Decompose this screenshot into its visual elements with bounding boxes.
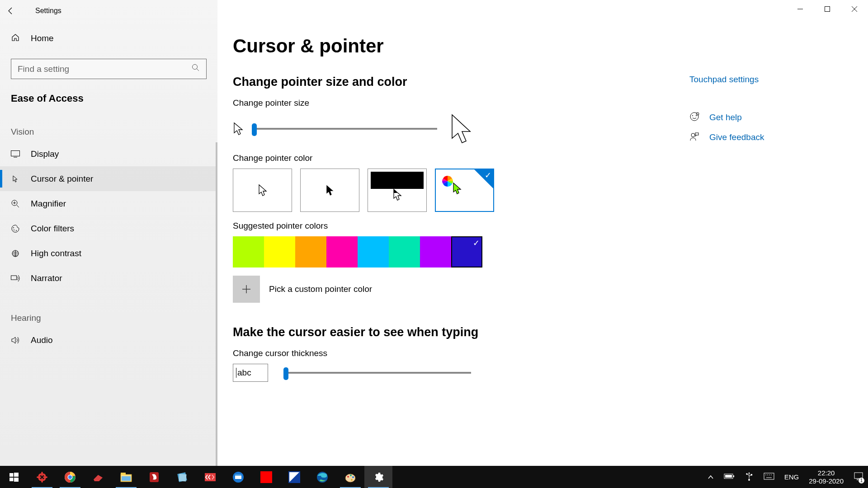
give-feedback-link[interactable]: Give feedback [709, 132, 764, 142]
search-input[interactable]: Find a setting [11, 59, 207, 79]
get-help-row: Get help [689, 112, 825, 123]
taskbar-app-red-square[interactable] [252, 466, 280, 488]
pointer-color-custom[interactable] [435, 169, 494, 212]
taskbar-app-pdf[interactable] [140, 466, 168, 488]
settings-window: Settings Home Find a setting Ease of Acc… [0, 0, 868, 466]
action-center-icon[interactable]: 1 [854, 471, 863, 483]
svg-line-5 [197, 69, 199, 71]
sidebar-home[interactable]: Home [0, 27, 217, 50]
svg-rect-48 [122, 476, 131, 481]
svg-point-39 [42, 477, 46, 481]
tray-overflow-icon[interactable] [708, 473, 714, 481]
sidebar-item-label: Narrator [31, 273, 62, 283]
svg-point-14 [16, 230, 17, 231]
color-swatch[interactable] [295, 236, 326, 267]
color-swatch[interactable] [264, 236, 295, 267]
svg-rect-65 [733, 475, 734, 477]
color-swatch[interactable] [358, 236, 389, 267]
back-button[interactable] [0, 0, 22, 22]
pick-custom-color-button[interactable] [233, 276, 260, 303]
usb-icon[interactable] [745, 472, 754, 482]
taskbar-app-edge[interactable] [308, 466, 336, 488]
svg-point-62 [351, 479, 353, 481]
keyboard-icon[interactable] [764, 473, 774, 481]
color-swatch[interactable] [389, 236, 420, 267]
svg-point-26 [696, 115, 697, 116]
minimize-button[interactable] [787, 0, 814, 18]
color-swatch[interactable] [233, 236, 264, 267]
slider-thumb[interactable] [252, 123, 257, 136]
start-button[interactable] [0, 466, 28, 488]
touchpad-settings-link[interactable]: Touchpad settings [689, 75, 825, 84]
window-title: Settings [35, 7, 61, 15]
svg-rect-51 [179, 474, 186, 481]
svg-point-34 [41, 472, 43, 476]
svg-rect-29 [695, 133, 698, 135]
svg-point-45 [68, 475, 72, 479]
sidebar-item-color-filters[interactable]: Color filters [0, 216, 217, 241]
sidebar-item-high-contrast[interactable]: High contrast [0, 241, 217, 266]
label-cursor-thickness: Change cursor thickness [233, 348, 868, 358]
language-indicator[interactable]: ENG [784, 473, 799, 481]
sidebar-item-label: Display [31, 149, 59, 159]
slider-thumb[interactable] [283, 367, 288, 380]
taskbar-app-notes[interactable] [168, 466, 196, 488]
label-suggested-colors: Suggested pointer colors [233, 221, 868, 231]
sidebar-item-audio[interactable]: Audio [0, 328, 217, 352]
taskbar-app-blue[interactable] [224, 466, 252, 488]
pointer-size-slider[interactable] [252, 128, 437, 130]
taskbar-app-explorer[interactable] [112, 466, 140, 488]
taskbar-app-huawei[interactable] [28, 466, 56, 488]
sidebar-item-display[interactable]: Display [0, 141, 217, 166]
search-placeholder: Find a setting [18, 64, 69, 74]
taskbar-time: 22:20 [809, 469, 844, 477]
get-help-link[interactable]: Get help [709, 113, 742, 122]
svg-point-40 [42, 473, 46, 476]
audio-icon [11, 336, 21, 344]
related-links-panel: Touchpad settings Get help Give feedback [689, 75, 825, 151]
svg-point-37 [43, 476, 47, 478]
taskbar-app-chrome[interactable] [56, 466, 84, 488]
color-swatch[interactable] [326, 236, 358, 267]
contrast-icon [11, 249, 21, 258]
pointer-color-black[interactable] [300, 169, 359, 212]
svg-point-24 [690, 113, 698, 121]
taskbar-clock[interactable]: 22:20 29-09-2020 [809, 469, 844, 485]
group-hearing-label: Hearing [0, 313, 217, 323]
sidebar-item-narrator[interactable]: Narrator [0, 266, 217, 291]
svg-rect-20 [11, 276, 17, 280]
pointer-color-inverted[interactable] [368, 169, 427, 212]
svg-point-35 [41, 478, 43, 483]
sidebar-item-label: Cursor & pointer [31, 174, 93, 184]
pointer-color-options [233, 169, 868, 212]
taskbar: ENG 22:20 29-09-2020 1 [0, 466, 868, 488]
taskbar-app-settings[interactable] [364, 466, 392, 488]
small-cursor-icon [233, 122, 244, 136]
taskbar-app-anydesk[interactable] [196, 466, 224, 488]
taskbar-app-eraser[interactable] [84, 466, 112, 488]
pointer-color-white[interactable] [233, 169, 292, 212]
svg-rect-70 [764, 473, 774, 479]
svg-rect-1 [825, 7, 830, 12]
sidebar-item-label: Audio [31, 335, 53, 345]
battery-icon[interactable] [724, 473, 735, 481]
taskbar-app-diagonal[interactable] [280, 466, 308, 488]
maximize-button[interactable] [814, 0, 841, 18]
svg-rect-64 [725, 475, 732, 478]
sidebar-home-label: Home [31, 33, 54, 43]
sidebar-item-magnifier[interactable]: Magnifier [0, 191, 217, 216]
cursor-thickness-slider[interactable] [283, 372, 471, 374]
suggested-color-swatches [233, 236, 868, 267]
svg-rect-32 [9, 478, 14, 481]
svg-rect-33 [14, 478, 19, 482]
sidebar-item-cursor[interactable]: Cursor & pointer [0, 166, 217, 191]
palette-icon [11, 224, 21, 233]
color-swatch[interactable] [451, 236, 482, 267]
color-swatch[interactable] [420, 236, 451, 267]
selected-check-icon [474, 169, 493, 188]
svg-point-38 [38, 473, 42, 476]
taskbar-app-paint[interactable] [336, 466, 364, 488]
close-button[interactable] [841, 0, 868, 18]
main-content: Cursor & pointer Change pointer size and… [217, 0, 868, 466]
svg-point-61 [352, 476, 354, 478]
